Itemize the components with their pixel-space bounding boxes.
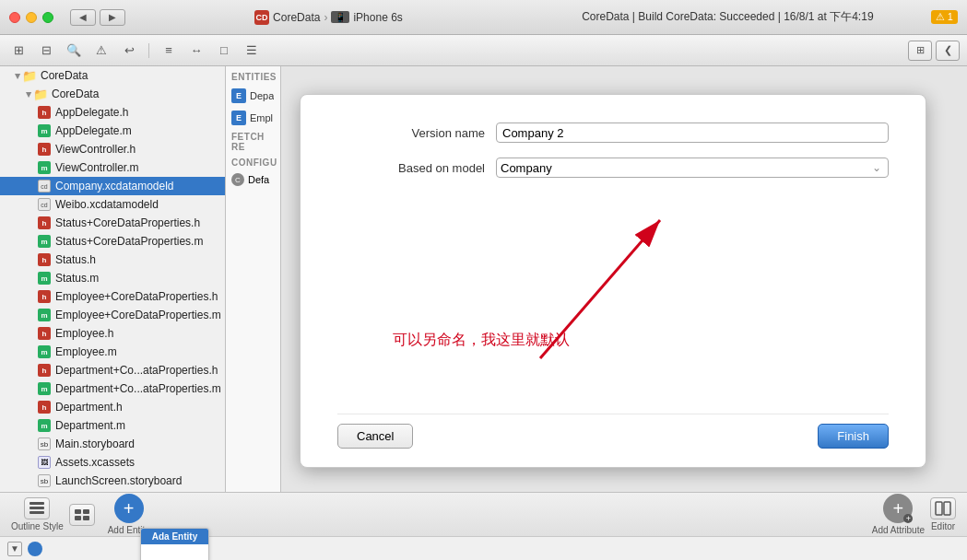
outline-style-btn-2[interactable] [69, 504, 95, 526]
sidebar-item-employee-h[interactable]: h Employee.h [0, 324, 225, 343]
app-icon: CD [254, 10, 269, 25]
sidebar-item-status-h[interactable]: h Status.h [0, 251, 225, 269]
toolbar-btn-5[interactable]: ↩ [118, 41, 140, 61]
sidebar-label: Assets.xcassets [55, 456, 135, 469]
h-file-icon: h [37, 289, 52, 304]
toolbar-btn-8[interactable]: □ [213, 41, 235, 61]
folder-icon: 📁 [22, 68, 37, 83]
schema-right-btn[interactable]: ❮ [936, 41, 960, 61]
sidebar-item-appdelegate-m[interactable]: m AppDelegate.m [0, 122, 225, 140]
sidebar-label: Status+CoreDataProperties.m [55, 235, 203, 248]
sidebar-item-department-co-m[interactable]: m Department+Co...ataProperties.m [0, 379, 225, 398]
sidebar-label: ViewController.m [55, 161, 138, 174]
sidebar-item-coredata-sub[interactable]: ▶ 📁 CoreData [0, 85, 225, 103]
config-icon: C [231, 173, 244, 186]
sidebar-item-employee-cdproperties-m[interactable]: m Employee+CoreDataProperties.m [0, 306, 225, 324]
maximize-button[interactable] [42, 12, 53, 23]
m-file-icon: m [37, 160, 52, 175]
breadcrumb: CD CoreData › 📱 iPhone 6s [254, 10, 403, 25]
sidebar-item-company-xcdatamodeld[interactable]: cd Company.xcdatamodeld [0, 177, 225, 195]
folder-icon: 📁 [33, 87, 48, 101]
sidebar-item-status-m[interactable]: m Status.m [0, 269, 225, 287]
forward-button[interactable]: ▶ [100, 9, 125, 26]
config-item-defa[interactable]: C Defa [226, 170, 280, 189]
sidebar-item-viewcontroller-h[interactable]: h ViewController.h [0, 140, 225, 158]
entity-icon: E [231, 111, 246, 125]
triangle-icon: ▶ [25, 91, 33, 97]
outline-style-icon-2 [69, 504, 95, 526]
annotation-arrow-svg [337, 192, 889, 395]
version-name-row: Version name [337, 122, 889, 143]
finish-button[interactable]: Finish [818, 424, 889, 449]
sidebar-item-department-h[interactable]: h Department.h [0, 398, 225, 416]
m-file-icon: m [37, 344, 52, 359]
m-file-icon: m [37, 418, 52, 433]
close-button[interactable] [9, 12, 20, 23]
add-attribute-sub-icon: + [903, 514, 913, 523]
toolbar-btn-4[interactable]: ⚠ [90, 41, 112, 61]
sidebar-label: Department+Co...ataProperties.h [55, 364, 218, 377]
toolbar-btn-1[interactable]: ⊞ [7, 41, 29, 61]
warning-badge[interactable]: ⚠ 1 [931, 10, 958, 24]
sidebar-item-status-cdproperties-m[interactable]: m Status+CoreDataProperties.m [0, 232, 225, 251]
outline-style-btn[interactable]: Outline Style [11, 497, 64, 531]
svg-rect-6 [83, 509, 89, 514]
sidebar-item-weibo-xcdatamodeld[interactable]: cd Weibo.xcdatamodeld [0, 195, 225, 214]
add-entity-icon: + [114, 494, 144, 523]
sidebar-item-launchscreen[interactable]: sb LaunchScreen.storyboard [0, 472, 225, 490]
device-icon: 📱 [331, 11, 349, 23]
outline-style-icon [24, 497, 50, 519]
titlebar-center: CD CoreData › 📱 iPhone 6s [133, 10, 525, 25]
sidebar-item-appdelegate-h[interactable]: h AppDelegate.h [0, 103, 225, 122]
xcassets-icon: 🖼 [37, 455, 52, 470]
entity-item-empl[interactable]: E Empl [226, 107, 280, 129]
entity-item-depa[interactable]: E Depa [226, 85, 280, 107]
based-on-select[interactable]: Company Company 2 [496, 158, 889, 178]
sidebar-item-main-storyboard[interactable]: sb Main.storyboard [0, 435, 225, 453]
triangle-icon: ▶ [14, 73, 22, 78]
bottom-toolbar-left: Outline Style + Add Entity [11, 494, 149, 535]
svg-rect-2 [29, 502, 44, 505]
sidebar-label: CoreData [52, 88, 99, 100]
h-file-icon: h [37, 252, 52, 267]
editor-button[interactable]: Editor [930, 497, 956, 531]
main-content: ▶ 📁 CoreData ▶ 📁 CoreData h AppDelegate.… [0, 66, 967, 492]
toolbar-btn-7[interactable]: ↔ [185, 41, 207, 61]
build-status: CoreData | Build CoreData: Succeeded | 1… [532, 9, 924, 25]
fetch-header: FETCH RE [226, 129, 280, 155]
minimize-button[interactable] [26, 12, 37, 23]
version-name-input[interactable] [496, 122, 889, 143]
toolbar-btn-9[interactable]: ☰ [241, 41, 263, 61]
sidebar-label: Company.xcdatamodeld [55, 180, 174, 192]
cancel-button[interactable]: Cancel [337, 424, 413, 449]
sidebar-label: Department.m [55, 419, 125, 432]
middle-panel: ENTITIES E Depa E Empl FETCH RE CONFIGU … [226, 66, 281, 492]
schema-left-btn[interactable]: ⊞ [908, 41, 932, 61]
toolbar-btn-2[interactable]: ⊟ [35, 41, 57, 61]
app-name-label: CoreData [273, 11, 320, 24]
toolbar-btn-6[interactable]: ≡ [158, 41, 180, 61]
sidebar-item-department-m[interactable]: m Department.m [0, 416, 225, 435]
canvas-area: Version name Based on model Company Comp… [281, 66, 967, 492]
m-file-icon: m [37, 381, 52, 396]
editor-svg [934, 500, 952, 517]
entity-name: Empl [250, 112, 273, 123]
add-attribute-icon: + + [883, 494, 913, 523]
config-label: Defa [248, 174, 269, 185]
sidebar-label: Employee.h [55, 327, 113, 340]
sidebar-label: Department+Co...ataProperties.m [55, 382, 221, 395]
filter-icon[interactable]: ▼ [7, 542, 22, 556]
svg-rect-4 [29, 511, 44, 514]
editor-icon [930, 497, 956, 519]
sidebar-item-assets-xcassets[interactable]: 🖼 Assets.xcassets [0, 453, 225, 472]
toolbar-btn-3[interactable]: 🔍 [63, 41, 85, 61]
sidebar-item-employee-cdproperties-h[interactable]: h Employee+CoreDataProperties.h [0, 287, 225, 306]
sidebar-item-status-cdproperties-h[interactable]: h Status+CoreDataProperties.h [0, 214, 225, 232]
based-on-select-wrapper: Company Company 2 [496, 158, 889, 178]
sidebar-item-coredata-root[interactable]: ▶ 📁 CoreData [0, 66, 225, 85]
sidebar-item-department-co-h[interactable]: h Department+Co...ataProperties.h [0, 361, 225, 379]
back-button[interactable]: ◀ [70, 9, 96, 26]
sidebar-item-viewcontroller-m[interactable]: m ViewController.m [0, 158, 225, 177]
sidebar-item-employee-m[interactable]: m Employee.m [0, 343, 225, 361]
add-attribute-button[interactable]: + + Add Attribute [872, 494, 925, 535]
